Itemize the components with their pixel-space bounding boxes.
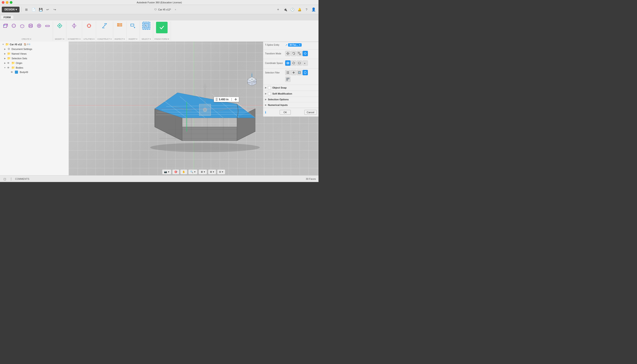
grid-menu-button[interactable]: ⊞ bbox=[23, 6, 30, 13]
snap-button[interactable]: 🎯 bbox=[172, 169, 179, 174]
undo-button[interactable]: ↩ bbox=[44, 6, 51, 13]
svg-rect-103 bbox=[288, 78, 289, 79]
maximize-button[interactable] bbox=[10, 1, 12, 4]
cancel-button[interactable]: Cancel bbox=[304, 110, 317, 115]
object-snap-checkbox[interactable] bbox=[268, 86, 271, 89]
extensions-button[interactable]: 🔌 bbox=[282, 6, 288, 13]
create-pipe-button[interactable] bbox=[44, 22, 52, 30]
grid-display-button[interactable]: ⊞ ▾ bbox=[208, 169, 216, 174]
root-label: Car #5 v12 bbox=[10, 43, 22, 46]
tree-item-selection-sets[interactable]: ▶ 📁 Selection Sets bbox=[0, 56, 68, 60]
filter-pattern-button[interactable] bbox=[285, 76, 290, 82]
camera-button[interactable]: 📷 ▾ bbox=[162, 169, 171, 174]
tab-close-button[interactable]: × bbox=[172, 6, 179, 13]
object-snap-header[interactable]: ▶ Object Snap bbox=[263, 85, 318, 91]
camera-arrow: ▾ bbox=[168, 170, 169, 173]
construct-label: CONSTRUCT ▾ bbox=[98, 38, 112, 40]
tree-item-root[interactable]: ▼ 📁 Car #5 v12 🏠 ⚙ ℹ bbox=[0, 42, 68, 46]
body49-label: Body49 bbox=[20, 71, 28, 74]
soft-modification-header[interactable]: ▶ Soft Modification bbox=[263, 91, 318, 97]
clock-button[interactable]: 🕐 bbox=[289, 6, 296, 13]
ok-button[interactable]: OK bbox=[280, 110, 291, 115]
coord-world-button[interactable] bbox=[285, 60, 290, 66]
redo-button[interactable]: ↪ bbox=[52, 6, 58, 13]
profile-button[interactable]: 👤 bbox=[310, 6, 317, 13]
measurement-value: 3.493 in bbox=[219, 98, 228, 101]
svg-point-12 bbox=[29, 26, 32, 28]
notifications-button[interactable]: 🔔 bbox=[296, 6, 302, 13]
close-button[interactable] bbox=[2, 1, 4, 4]
svg-rect-102 bbox=[286, 78, 288, 79]
comments-collapse-button[interactable]: ⋮ bbox=[9, 177, 13, 181]
tree-item-bodies[interactable]: ▼ 👁 📁 Bodies bbox=[0, 65, 68, 70]
tspline-clear-button[interactable]: × bbox=[299, 44, 300, 46]
create-sphere-button[interactable] bbox=[10, 22, 18, 30]
design-workspace-button[interactable]: DESIGN ▾ bbox=[2, 7, 20, 12]
ribbon: CREATE ▾ MODIFY ▾ SYMMETRY ▾ bbox=[0, 20, 318, 42]
minimize-button[interactable] bbox=[6, 1, 8, 4]
filter-body-button[interactable] bbox=[302, 70, 308, 75]
svg-point-95 bbox=[288, 72, 289, 72]
modify-button[interactable] bbox=[56, 22, 64, 30]
tree-item-origin[interactable]: ▶ 👁 📁 Origin bbox=[0, 60, 68, 65]
measurement-more-button[interactable]: ⋮ bbox=[230, 98, 233, 101]
create-cylinder-button[interactable] bbox=[27, 22, 34, 30]
finish-form-button[interactable] bbox=[156, 22, 168, 33]
new-document-button[interactable]: 📄 bbox=[30, 6, 36, 13]
construct-button[interactable] bbox=[100, 22, 108, 30]
origin-icon: 📁 bbox=[11, 61, 15, 64]
display-icon: 🖥 bbox=[200, 170, 203, 173]
coordinate-space-row: Coordinate Space A bbox=[265, 60, 317, 66]
tspline-section: T-Spline Entity ↗ 30 Fac... × bbox=[263, 42, 318, 50]
create-box-button[interactable] bbox=[1, 22, 9, 30]
finish-form-label: FINISH FORM ▾ bbox=[154, 38, 169, 40]
filter-edge-button[interactable] bbox=[291, 70, 296, 75]
select-button[interactable] bbox=[142, 22, 150, 30]
coord-local-button[interactable] bbox=[291, 60, 296, 66]
comments-expand-button[interactable]: ◻ bbox=[3, 177, 7, 181]
root-icon-info: ℹ bbox=[29, 43, 30, 46]
svg-text:A: A bbox=[304, 62, 306, 64]
soft-mod-chevron: ▶ bbox=[265, 92, 266, 95]
form-tab[interactable]: FORM bbox=[1, 16, 13, 19]
viewport-mode-button[interactable]: ⊟ ▾ bbox=[217, 169, 225, 174]
symmetry-button[interactable] bbox=[70, 22, 78, 30]
ribbon-tab-row: FORM bbox=[0, 14, 318, 20]
transform-combined-button[interactable] bbox=[302, 51, 308, 56]
save-button[interactable]: 💾 bbox=[38, 6, 44, 13]
nav-cube[interactable]: Z TOP FRONT RIGHT bbox=[243, 72, 261, 90]
coord-screen-button[interactable] bbox=[297, 60, 302, 66]
tspline-chip[interactable]: 30 Fac... × bbox=[288, 43, 302, 46]
symmetry-label: SYMMETRY ▾ bbox=[68, 38, 80, 40]
zoom-button[interactable]: 🔍 ▾ bbox=[188, 169, 198, 174]
tree-item-doc-settings[interactable]: ▶ ⚙ Document Settings bbox=[0, 46, 68, 51]
numerical-inputs-header[interactable]: ▶ Numerical Inputs bbox=[263, 102, 318, 108]
origin-visibility-icon[interactable]: 👁 bbox=[7, 62, 10, 64]
tree-item-named-views[interactable]: ▶ 📁 Named Views bbox=[0, 51, 68, 56]
transform-rotate-button[interactable] bbox=[291, 51, 296, 56]
body49-visibility-icon[interactable]: 👁 bbox=[11, 71, 13, 74]
filter-face-button[interactable] bbox=[297, 70, 302, 75]
coord-auto-button[interactable]: A bbox=[302, 60, 308, 66]
modify-label: MODIFY ▾ bbox=[55, 38, 64, 40]
create-plane-button[interactable] bbox=[18, 22, 26, 30]
snap-icon: 🎯 bbox=[174, 170, 177, 173]
svg-rect-37 bbox=[144, 24, 148, 28]
help-button[interactable]: ? bbox=[304, 6, 310, 13]
create-torus-button[interactable] bbox=[35, 22, 43, 30]
selection-filter-section: Selection Filter bbox=[263, 68, 318, 85]
traffic-lights bbox=[2, 1, 12, 4]
tree-item-body49[interactable]: 👁 Body49 bbox=[0, 70, 68, 74]
inspect-button[interactable] bbox=[116, 22, 124, 30]
transform-move-button[interactable] bbox=[285, 51, 290, 56]
utilities-button[interactable] bbox=[85, 22, 93, 30]
add-tab-button[interactable]: + bbox=[275, 6, 281, 13]
soft-mod-checkbox[interactable] bbox=[268, 92, 271, 95]
display-mode-button[interactable]: 🖥 ▾ bbox=[198, 169, 207, 174]
insert-button[interactable] bbox=[129, 22, 137, 30]
pan-button[interactable]: ✋ bbox=[180, 169, 187, 174]
filter-vertex-button[interactable] bbox=[285, 70, 290, 75]
transform-scale-button[interactable] bbox=[297, 51, 302, 56]
bodies-visibility-icon[interactable]: 👁 bbox=[7, 66, 10, 69]
selection-options-header[interactable]: ▶ Selection Options bbox=[263, 97, 318, 102]
